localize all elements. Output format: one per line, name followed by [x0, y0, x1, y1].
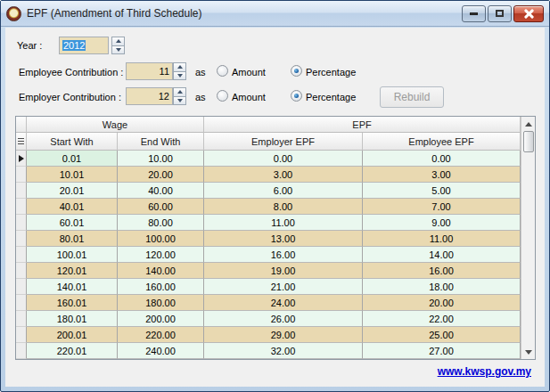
row-selector[interactable] — [16, 183, 27, 199]
row-selector[interactable] — [16, 327, 27, 343]
title-bar[interactable]: EPF (Amendment of Third Schedule) — [1, 1, 549, 27]
employee-step-down-button[interactable] — [173, 72, 186, 81]
grid-cell[interactable]: 29.00 — [204, 327, 363, 343]
grid-cell[interactable]: 14.00 — [363, 247, 521, 263]
grid-cell[interactable]: 140.00 — [118, 263, 204, 279]
table-row[interactable]: 160.01180.0024.0020.00 — [16, 295, 521, 311]
grid-cell[interactable]: 7.00 — [363, 199, 521, 215]
grid-cell[interactable]: 80.01 — [27, 231, 118, 247]
grid-cell[interactable]: 120.00 — [118, 247, 204, 263]
year-input[interactable]: 2012 — [59, 37, 109, 54]
grid-cell[interactable]: 0.01 — [27, 151, 118, 167]
maximize-button[interactable] — [488, 5, 512, 22]
close-button[interactable] — [513, 5, 544, 22]
grid-cell[interactable]: 32.00 — [204, 343, 363, 359]
grid-cell[interactable]: 0.00 — [363, 151, 521, 167]
table-row[interactable]: 220.01240.0032.0027.00 — [16, 343, 521, 359]
employee-contribution-input[interactable]: 11 — [126, 62, 173, 80]
grid-cell[interactable]: 160.01 — [27, 295, 118, 311]
grid-cell[interactable]: 40.00 — [118, 183, 204, 199]
grid-cell[interactable]: 100.01 — [27, 247, 118, 263]
grid-cell[interactable]: 22.00 — [363, 311, 521, 327]
table-row[interactable]: 60.0180.0011.009.00 — [16, 215, 521, 231]
row-selector[interactable] — [16, 343, 27, 359]
grid-cell[interactable]: 140.01 — [27, 279, 118, 295]
row-selector[interactable] — [16, 215, 27, 231]
row-selector[interactable] — [16, 295, 27, 311]
employer-percentage-radio[interactable] — [291, 90, 302, 102]
kwsp-website-link[interactable]: www.kwsp.gov.my — [438, 365, 531, 378]
grid-cell[interactable]: 200.00 — [118, 311, 204, 327]
scroll-up-button[interactable] — [521, 117, 535, 131]
grid-cell[interactable]: 60.01 — [27, 215, 118, 231]
grid-cell[interactable]: 200.01 — [27, 327, 118, 343]
table-row[interactable]: 40.0160.008.007.00 — [16, 199, 521, 215]
employee-step-up-button[interactable] — [173, 62, 186, 72]
grid-cell[interactable]: 180.00 — [118, 295, 204, 311]
row-selector[interactable] — [16, 167, 27, 183]
grid-cell[interactable]: 20.00 — [118, 167, 204, 183]
minimize-button[interactable] — [462, 5, 486, 22]
grid-cell[interactable]: 11.00 — [363, 231, 521, 247]
grid-cell[interactable]: 80.00 — [118, 215, 204, 231]
table-row[interactable]: 0.0110.000.000.00 — [16, 151, 521, 167]
table-row[interactable]: 200.01220.0029.0025.00 — [16, 327, 521, 343]
row-selector[interactable] — [16, 279, 27, 295]
grid-cell[interactable]: 180.01 — [27, 311, 118, 327]
scrollbar-thumb[interactable] — [523, 131, 534, 152]
column-header-end-with[interactable]: End With — [118, 133, 204, 151]
grid-cell[interactable]: 60.00 — [118, 199, 204, 215]
grid-cell[interactable]: 240.00 — [118, 343, 204, 359]
vertical-scrollbar[interactable] — [521, 117, 535, 359]
row-selector[interactable] — [16, 247, 27, 263]
grid-cell[interactable]: 220.01 — [27, 343, 118, 359]
grid-cell[interactable]: 24.00 — [204, 295, 363, 311]
grid-cell[interactable]: 120.01 — [27, 263, 118, 279]
grid-cell[interactable]: 27.00 — [363, 343, 521, 359]
grid-cell[interactable]: 40.01 — [27, 199, 118, 215]
grid-cell[interactable]: 0.00 — [204, 151, 363, 167]
grid-cell[interactable]: 18.00 — [363, 279, 521, 295]
grid-cell[interactable]: 16.00 — [204, 247, 363, 263]
year-step-up-button[interactable] — [111, 37, 125, 46]
grid-cell[interactable]: 16.00 — [363, 263, 521, 279]
table-row[interactable]: 10.0120.003.003.00 — [16, 167, 521, 183]
employer-step-down-button[interactable] — [173, 97, 186, 106]
grid-cell[interactable]: 9.00 — [363, 215, 521, 231]
grid-cell[interactable]: 8.00 — [204, 199, 363, 215]
grid-cell[interactable]: 6.00 — [204, 183, 363, 199]
row-header-corner[interactable] — [16, 133, 27, 151]
grid-cell[interactable]: 11.00 — [204, 215, 363, 231]
table-row[interactable]: 140.01160.0021.0018.00 — [16, 279, 521, 295]
grid-cell[interactable]: 100.00 — [118, 231, 204, 247]
grid-cell[interactable]: 21.00 — [204, 279, 363, 295]
grid-cell[interactable]: 5.00 — [363, 183, 521, 199]
table-row[interactable]: 80.01100.0013.0011.00 — [16, 231, 521, 247]
grid-cell[interactable]: 10.00 — [118, 151, 204, 167]
row-selector[interactable] — [16, 231, 27, 247]
grid-cell[interactable]: 220.00 — [118, 327, 204, 343]
employer-step-up-button[interactable] — [173, 87, 186, 97]
grid-cell[interactable]: 3.00 — [363, 167, 521, 183]
row-selector-active[interactable] — [16, 151, 27, 167]
column-header-employee-epf[interactable]: Employee EPF — [363, 133, 521, 151]
table-row[interactable]: 180.01200.0026.0022.00 — [16, 311, 521, 327]
grid-cell[interactable]: 26.00 — [204, 311, 363, 327]
grid-cell[interactable]: 3.00 — [204, 167, 363, 183]
grid-cell[interactable]: 19.00 — [204, 263, 363, 279]
grid-cell[interactable]: 13.00 — [204, 231, 363, 247]
row-selector[interactable] — [16, 263, 27, 279]
employee-percentage-radio[interactable] — [291, 65, 302, 77]
grid-cell[interactable]: 160.00 — [118, 279, 204, 295]
table-row[interactable]: 120.01140.0019.0016.00 — [16, 263, 521, 279]
column-header-employer-epf[interactable]: Employer EPF — [204, 133, 363, 151]
year-step-down-button[interactable] — [111, 46, 125, 55]
employer-contribution-input[interactable]: 12 — [126, 87, 173, 105]
grid-cell[interactable]: 25.00 — [363, 327, 521, 343]
grid-cell[interactable]: 20.00 — [363, 295, 521, 311]
row-selector[interactable] — [16, 199, 27, 215]
grid-cell[interactable]: 10.01 — [27, 167, 118, 183]
column-header-start-with[interactable]: Start With — [27, 133, 118, 151]
rebuild-button[interactable]: Rebuild — [380, 86, 444, 108]
table-row[interactable]: 100.01120.0016.0014.00 — [16, 247, 521, 263]
